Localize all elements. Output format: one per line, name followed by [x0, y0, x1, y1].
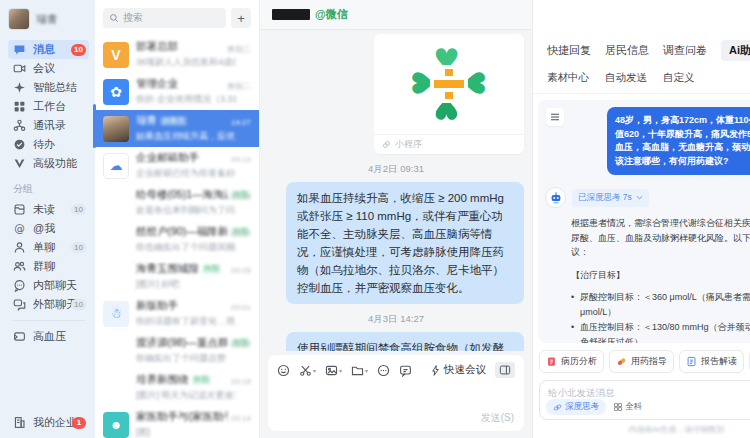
assistant-avatar: ☃: [103, 301, 129, 327]
deep-think-toggle[interactable]: 深度思考: [546, 399, 606, 415]
group-collage-avatar: [116, 350, 117, 351]
sidebar-item-通讯录[interactable]: 通讯录: [8, 116, 89, 135]
count-badge: 10: [71, 299, 86, 310]
group-collage-avatar: [116, 202, 117, 203]
sidebar-item-label: 未读: [33, 202, 55, 217]
bubbles-icon: [13, 298, 26, 311]
sidebar-item-label: 消息: [33, 42, 55, 57]
sidebar-item-我的企业[interactable]: 我的企业 1: [8, 413, 89, 432]
chat-title: 想想户(90)—福降新区回知: [136, 225, 228, 239]
emoji-button[interactable]: [277, 364, 290, 377]
search-input[interactable]: 搜索: [103, 8, 226, 28]
quick-meeting-button[interactable]: 快速会议: [430, 363, 486, 377]
chat-list-item[interactable]: ☻ 家医助手与(家医助手) [图] 09:14: [95, 406, 259, 438]
sidebar-item-待办[interactable]: 待办: [8, 135, 89, 154]
chat-subtitle: 你确实出了个问题点赞: [136, 352, 236, 365]
add-chat-button[interactable]: +: [231, 8, 251, 28]
censored-contact-name: [272, 9, 310, 20]
chat-list-item[interactable]: 给母楼(05)1—海淘运营直销通知 外部 欢迎各位来到顾问为了问题顾客等 09:…: [95, 184, 259, 221]
medical-record-icon: [546, 356, 557, 367]
chat-title: 企业邮箱助手: [136, 151, 199, 165]
left-nav-sidebar: 瑞青 消息 10 会议 智能总结 工作台 通讯录 待办 高级功能 分组 未读 1…: [0, 0, 95, 438]
subtab-自动发送[interactable]: 自动发送: [605, 71, 647, 85]
chat-title: 海青玉围城隍: [136, 262, 199, 276]
message-input-card[interactable]: ▾▾▾ 快速会议 发送(S): [268, 355, 524, 431]
chat-subtitle: 你也确实出了个问题回顾群: [136, 241, 236, 254]
screenshot-scissors-button[interactable]: ▾: [299, 364, 316, 377]
doctor-avatar: ☻: [103, 412, 129, 438]
deep-thought-pill[interactable]: 已深度思考 7s: [572, 189, 649, 207]
chat-record-button[interactable]: [399, 364, 412, 377]
sidebar-item-工作台[interactable]: 工作台: [8, 97, 89, 116]
sidebar-item-群聊[interactable]: 群聊: [8, 257, 89, 276]
people-icon: [13, 260, 26, 273]
ai-disclaimer: 内容由AI生成，请仔细甄别: [533, 420, 750, 438]
sidebar-item-高血压[interactable]: 高血压: [8, 327, 89, 346]
sent-message-bubble: 使用别嘌醇期间禁食高组胺食物（如发酵食品）。: [286, 332, 524, 351]
message-area: ♥♥♥♥ 小程序 4月2日 09:31 如果血压持续升高，收缩压 ≥ 200 m…: [260, 30, 532, 351]
chat-list-item[interactable]: 培养新围绕 外部 [图片] 明天为记这次更改? 09:18: [95, 369, 259, 406]
sidebar-item-label: @我: [33, 221, 55, 236]
chat-list-item[interactable]: 海青玉围城隍 外部 [图片] 好吧 09:28: [95, 258, 259, 295]
v-icon: [13, 157, 26, 170]
group-collage-avatar: [116, 276, 117, 277]
split-view-button[interactable]: [495, 362, 515, 378]
sidebar-item-智能总结[interactable]: 智能总结: [8, 78, 89, 97]
chat-title: 管理企业: [136, 77, 178, 91]
sparkle-icon: [13, 81, 26, 94]
sidebar-item-label: 高血压: [33, 329, 66, 344]
quick-action-用药指导[interactable]: 用药指导: [609, 350, 674, 373]
sidebar-item-消息[interactable]: 消息 10: [8, 40, 89, 59]
department-selector[interactable]: 全科: [614, 401, 642, 413]
subtab-自定义[interactable]: 自定义: [663, 71, 695, 85]
sidebar-item-label: 工作台: [33, 99, 66, 114]
deep-think-icon: [553, 403, 562, 412]
chat-list-item[interactable]: ☁ 企业邮箱助手 企业邮箱已经为你准备好会员提醒 09:13: [95, 147, 259, 184]
more-circle-button[interactable]: [377, 364, 390, 377]
conversation-menu-button[interactable]: [546, 108, 564, 126]
chat-title: 家医助手与(家医助手): [136, 410, 228, 424]
more-circle-icon: [377, 364, 390, 377]
tab-快捷回复[interactable]: 快捷回复: [547, 43, 591, 58]
mini-program-link-icon: [382, 140, 391, 149]
chat-list-item[interactable]: 想想户(90)—福降新区回知 外部 你也确实出了个问题回顾群 09:27: [95, 221, 259, 258]
folder-button[interactable]: ▾: [351, 364, 368, 377]
sidebar-item-会议[interactable]: 会议: [8, 59, 89, 78]
subtab-素材中心[interactable]: 素材中心: [547, 71, 589, 85]
sidebar-item-单聊[interactable]: 单聊 10: [8, 238, 89, 257]
grid-icon: [13, 100, 26, 113]
tab-调查问卷[interactable]: 调查问卷: [663, 43, 707, 58]
sidebar-item-内部聊天[interactable]: 内部聊天: [8, 276, 89, 295]
user-profile[interactable]: 瑞青: [8, 8, 89, 30]
org-logo-avatar: V: [103, 42, 129, 68]
image-button[interactable]: ▾: [325, 364, 342, 377]
person-icon: [13, 241, 26, 254]
tab-居民信息[interactable]: 居民信息: [605, 43, 649, 58]
quick-action-报告解读[interactable]: 报告解读: [679, 350, 744, 373]
right-side-panel: ─ □ ✕ 快捷回复居民信息调查问卷Ai助手 素材中心自动发送自定义 48岁，男…: [533, 0, 750, 438]
chat-list-item[interactable]: 瑞青 @微信 如果血压持续升高，应使用降压方法 14:27: [95, 110, 259, 147]
ai-message-input[interactable]: 给小北发送消息 深度思考 全科: [539, 380, 750, 420]
sidebar-item-外部聊天[interactable]: 外部聊天 10: [8, 295, 89, 314]
tab-Ai助手[interactable]: Ai助手: [721, 40, 750, 61]
chat-list-item[interactable]: ☃ 新版助手 你的话题有了新变化，用户福利 … 09:01: [95, 295, 259, 332]
chat-list-item[interactable]: V 部署总部 36项新人人员信息和4成G情况 星期三: [95, 36, 259, 73]
mini-program-card[interactable]: ♥♥♥♥ 小程序: [374, 34, 524, 154]
sidebar-item-label: 高级功能: [33, 156, 77, 171]
wechat-tag: @微信: [315, 7, 348, 22]
sidebar-item-@我[interactable]: @ @我: [8, 219, 89, 238]
quick-action-病历分析[interactable]: 病历分析: [539, 350, 604, 373]
report-icon: [686, 356, 697, 367]
send-button[interactable]: 发送(S): [481, 411, 514, 425]
chat-list-item[interactable]: 渡济源(98)—重点群福建议… 外部 你确实出了个问题点赞 09:27: [95, 332, 259, 369]
chat-list-item[interactable]: ✿ 管理企业 你的·企业使用情况（3.31-4.5） 星期二: [95, 73, 259, 110]
search-placeholder: 搜索: [123, 11, 143, 25]
sidebar-item-未读[interactable]: 未读 10: [8, 200, 89, 219]
group-collage-avatar: [116, 387, 117, 388]
sidebar-item-高级功能[interactable]: 高级功能: [8, 154, 89, 173]
chat-time: 09:27: [231, 229, 251, 238]
photo-avatar: [103, 116, 129, 142]
sidebar-item-label: 单聊: [33, 240, 55, 255]
ai-conversation-area: 48岁，男，身高172cm，体重110公斤，尿酸值620，十年尿酸升高，痛风发作…: [538, 100, 750, 343]
meeting-icon: [13, 62, 26, 75]
